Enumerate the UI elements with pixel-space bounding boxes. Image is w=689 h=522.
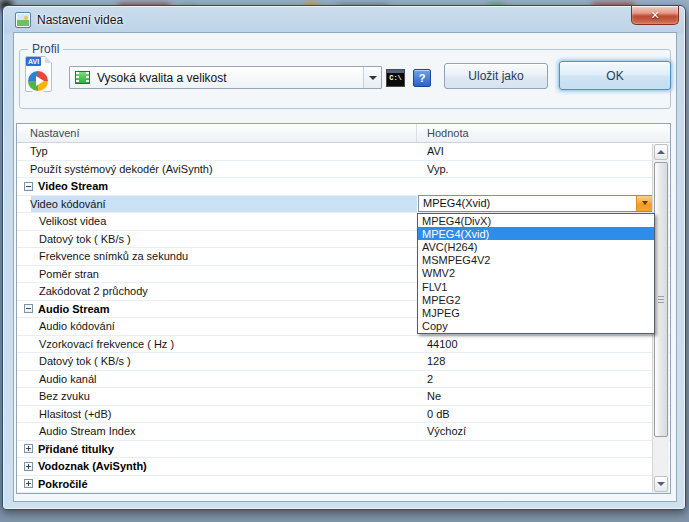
setting-cell: Vodoznak (AviSynth) xyxy=(17,458,417,475)
value-cell: 2 xyxy=(417,371,670,388)
save-as-button[interactable]: Uložit jako xyxy=(444,63,548,89)
group-row[interactable]: Vodoznak (AviSynth) xyxy=(17,458,670,476)
expand-icon[interactable] xyxy=(24,462,33,471)
profile-select-dropdown-button[interactable] xyxy=(363,67,381,88)
setting-cell: Hlasitost (+dB) xyxy=(17,406,417,423)
setting-cell: Zakódovat 2 průchody xyxy=(17,283,417,300)
dialog-window: Nastavení videa ✕ Profil AVI Vysoká kval… xyxy=(2,5,686,510)
dropdown-option[interactable]: MPEG4(DivX) xyxy=(418,214,654,227)
value-cell: Vyp. xyxy=(417,161,670,178)
codec-combo-dropdown-button[interactable] xyxy=(636,196,652,212)
setting-label: Audio kanál xyxy=(17,373,97,385)
column-header-value[interactable]: Hodnota xyxy=(417,124,670,142)
value-cell: Ne xyxy=(417,388,670,405)
profile-group-label: Profil xyxy=(28,42,63,56)
setting-label: Datový tok ( KB/s ) xyxy=(17,355,131,367)
setting-value: Výchozí xyxy=(417,425,466,437)
value-cell: 128 xyxy=(417,353,670,370)
dropdown-option[interactable]: WMV2 xyxy=(418,267,654,280)
codec-combo[interactable]: MPEG4(Xvid) xyxy=(418,195,653,213)
scrollbar-thumb[interactable] xyxy=(654,162,668,437)
setting-label: Typ xyxy=(17,145,48,157)
group-label: Pokročilé xyxy=(38,478,88,490)
value-cell xyxy=(417,178,670,195)
setting-cell: Audio kódování xyxy=(17,318,417,335)
setting-label: Bez zvuku xyxy=(17,390,90,402)
window-title: Nastavení videa xyxy=(37,13,123,27)
setting-row[interactable]: Hlasitost (+dB)0 dB xyxy=(17,406,670,424)
setting-row[interactable]: Video kódováníMPEG4(Xvid) xyxy=(17,196,670,214)
setting-row[interactable]: Audio Stream IndexVýchozí xyxy=(17,423,670,441)
avi-profile-icon: AVI xyxy=(25,56,52,92)
setting-row[interactable]: Audio kanál2 xyxy=(17,371,670,389)
title-bar[interactable]: Nastavení videa xyxy=(4,7,684,32)
settings-table: Nastavení Hodnota TypAVIPoužít systémový… xyxy=(16,123,671,494)
dropdown-option[interactable]: MSMPEG4V2 xyxy=(418,254,654,267)
setting-cell: Audio Stream xyxy=(17,301,417,318)
group-label: Přidané titulky xyxy=(38,443,114,455)
setting-cell: Bez zvuku xyxy=(17,388,417,405)
close-button[interactable]: ✕ xyxy=(631,6,679,25)
dropdown-option[interactable]: MPEG4(Xvid) xyxy=(418,227,654,240)
dropdown-option[interactable]: MPEG2 xyxy=(418,293,654,306)
profile-select[interactable]: Vysoká kvalita a velikost xyxy=(69,66,382,89)
value-cell: 0 dB xyxy=(417,406,670,423)
commandline-button[interactable]: C:\ xyxy=(386,69,405,87)
chevron-down-icon xyxy=(369,76,377,80)
collapse-icon[interactable] xyxy=(24,304,33,313)
setting-label: Datový tok ( KB/s ) xyxy=(17,233,131,245)
profile-select-value: Vysoká kvalita a velikost xyxy=(97,71,227,85)
setting-row[interactable]: TypAVI xyxy=(17,143,670,161)
setting-label: Hlasitost (+dB) xyxy=(17,408,111,420)
help-button[interactable]: ? xyxy=(413,69,431,87)
expand-icon[interactable] xyxy=(24,479,33,488)
group-row[interactable]: Přidané titulky xyxy=(17,441,670,459)
setting-cell: Audio Stream Index xyxy=(17,423,417,440)
setting-cell: Použít systémový dekodér (AviSynth) xyxy=(17,161,417,178)
value-cell: MPEG4(Xvid) xyxy=(417,196,670,213)
setting-row[interactable]: Datový tok ( KB/s )128 xyxy=(17,353,670,371)
group-row[interactable]: Video Stream xyxy=(17,178,670,196)
setting-label: Vzorkovací frekvence ( Hz ) xyxy=(17,338,174,350)
group-label: Video Stream xyxy=(38,180,108,192)
collapse-icon[interactable] xyxy=(24,182,33,191)
setting-value: 0 dB xyxy=(417,408,450,420)
value-cell: 44100 xyxy=(417,336,670,353)
group-row[interactable]: Pokročilé xyxy=(17,476,670,494)
dialog-client-area: Profil AVI Vysoká kvalita a velikost C:\… xyxy=(13,32,677,502)
close-icon: ✕ xyxy=(650,10,659,21)
setting-value: Ne xyxy=(417,390,441,402)
scroll-up-button[interactable] xyxy=(654,144,668,160)
codec-combo-value: MPEG4(Xvid) xyxy=(419,197,490,209)
avi-badge: AVI xyxy=(26,57,41,66)
setting-value: Vyp. xyxy=(417,163,449,175)
setting-row[interactable]: Použít systémový dekodér (AviSynth)Vyp. xyxy=(17,161,670,179)
dropdown-option[interactable]: FLV1 xyxy=(418,280,654,293)
setting-cell: Datový tok ( KB/s ) xyxy=(17,231,417,248)
setting-value: 2 xyxy=(417,373,433,385)
setting-label: Použít systémový dekodér (AviSynth) xyxy=(17,163,213,175)
setting-row[interactable]: Vzorkovací frekvence ( Hz )44100 xyxy=(17,336,670,354)
column-header-setting[interactable]: Nastavení xyxy=(17,124,417,142)
group-label: Vodoznak (AviSynth) xyxy=(38,460,147,472)
setting-cell: Audio kanál xyxy=(17,371,417,388)
setting-label: Video kódování xyxy=(17,198,106,210)
setting-value: AVI xyxy=(417,145,444,157)
dropdown-option[interactable]: AVC(H264) xyxy=(418,240,654,253)
dropdown-option[interactable]: Copy xyxy=(418,320,654,333)
ok-button[interactable]: OK xyxy=(559,61,671,90)
setting-label: Velikost videa xyxy=(17,215,106,227)
group-label: Audio Stream xyxy=(38,303,110,315)
dropdown-option[interactable]: MJPEG xyxy=(418,307,654,320)
scroll-down-button[interactable] xyxy=(654,476,668,492)
setting-cell: Velikost videa xyxy=(17,213,417,230)
expand-icon[interactable] xyxy=(24,444,33,453)
app-icon xyxy=(15,12,31,28)
setting-label: Zakódovat 2 průchody xyxy=(17,285,148,297)
setting-cell: Vzorkovací frekvence ( Hz ) xyxy=(17,336,417,353)
setting-cell: Pokročilé xyxy=(17,476,417,493)
value-cell: AVI xyxy=(417,143,670,160)
value-cell xyxy=(417,476,670,493)
setting-cell: Poměr stran xyxy=(17,266,417,283)
setting-row[interactable]: Bez zvukuNe xyxy=(17,388,670,406)
